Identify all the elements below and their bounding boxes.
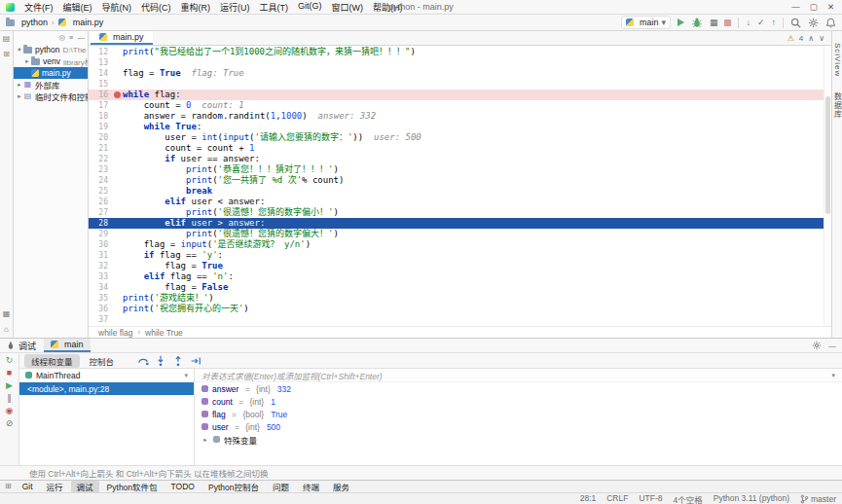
line-number[interactable]: 31 [89,250,112,261]
tree-item[interactable]: ▸▦外部库 [14,79,88,90]
line-number[interactable]: 13 [89,57,112,68]
breakpoint-gutter[interactable] [112,282,123,293]
project-icon[interactable]: ▤ [3,35,11,43]
breakpoint-gutter[interactable] [112,79,123,90]
breakpoint-gutter[interactable] [112,175,123,186]
toolwindow-switcher-icon[interactable]: ⊞ [5,483,12,490]
editor-tab-mainpy[interactable]: main.py [91,31,153,45]
status-item-1[interactable]: CRLF [606,493,628,504]
resume-icon[interactable]: ▶ [6,381,13,390]
breakpoint-gutter[interactable] [112,47,123,57]
code-line[interactable]: 19 while True: [89,122,824,132]
problems-icon[interactable]: ▦ [3,310,11,318]
code-line[interactable]: 33 elif flag == 'n': [89,271,824,282]
locate-file-icon[interactable]: ◎ [59,33,66,42]
step-into-icon[interactable] [155,355,166,367]
hide-panel-icon[interactable]: — [78,33,86,42]
nav-project-crumb[interactable]: python [21,18,48,27]
push-button[interactable]: ↑ [772,18,777,27]
menu-item-1[interactable]: 编辑(E) [58,1,97,14]
next-problem-icon[interactable]: ∨ [819,34,824,43]
terminal-icon[interactable]: ⌂ [4,326,9,334]
breakpoint-gutter[interactable] [112,100,123,111]
breakpoint-gutter[interactable] [112,57,123,68]
code-line[interactable]: 13 [89,57,824,68]
code-line[interactable]: 25 break [89,186,824,197]
code-line[interactable]: 15 [89,79,824,90]
line-number[interactable]: 34 [89,282,112,293]
line-number[interactable]: 35 [89,293,112,304]
breakpoint-gutter[interactable] [112,154,123,164]
breakpoint-gutter[interactable] [112,207,123,218]
pause-icon[interactable]: ∥ [7,394,12,403]
special-variables-row[interactable]: ▸特殊变量 [195,433,842,446]
line-number[interactable]: 20 [89,132,112,143]
menu-item-3[interactable]: 代码(C) [136,1,176,14]
line-number[interactable]: 37 [89,314,112,325]
chevron-right-icon[interactable]: ▸ [201,436,209,444]
menu-item-6[interactable]: 工具(T) [255,1,294,14]
toolwindow-todo[interactable]: TODO [165,481,201,493]
status-item-2[interactable]: UTF-8 [639,493,662,504]
code-line[interactable]: 21 count = count + 1 [89,143,824,154]
close-button[interactable]: ✕ [827,2,834,12]
line-number[interactable]: 24 [89,175,112,186]
status-item-3[interactable]: 4个空格 [674,493,703,504]
toolwindow-terminal[interactable]: 终端 [297,481,325,493]
right-tab-sciview[interactable]: SciView [833,43,842,77]
menu-item-0[interactable]: 文件(F) [19,1,58,14]
variable-row[interactable]: answer = {int}332 [195,382,842,395]
line-number[interactable]: 29 [89,229,112,239]
tree-item[interactable]: ▸venvlibrary根目 [14,55,88,67]
breakpoint-gutter[interactable] [112,314,123,325]
line-number[interactable]: 14 [89,68,112,79]
breakpoint-gutter[interactable] [112,250,123,261]
prev-problem-icon[interactable]: ∧ [808,34,814,43]
tree-chevron-icon[interactable]: ▸ [16,81,23,89]
git-branch-widget[interactable]: master [800,494,836,504]
nav-file-crumb[interactable]: main.py [73,18,104,27]
mute-breakpoints-icon[interactable]: ◉ [6,407,14,415]
breakpoint-gutter[interactable] [112,186,123,197]
rerun-icon[interactable]: ↻ [6,356,14,365]
toolwindow-debug[interactable]: 调试 [71,481,99,493]
tree-item[interactable]: main.py [14,67,88,79]
code-line[interactable]: 32 flag = True [89,261,824,271]
hide-debug-panel-icon[interactable]: — [828,342,836,350]
status-item-4[interactable]: Python 3.11 (python) [714,493,789,504]
stack-frame-row[interactable]: <module>, main.py:28 [19,382,194,395]
toolwindow-python-console[interactable]: Python控制台 [202,481,265,493]
menu-item-8[interactable]: 窗口(W) [327,1,369,14]
code-line[interactable]: 22 if user == answer: [89,154,824,164]
breakpoint-icon[interactable] [112,90,123,100]
code-line[interactable]: 14flag = True flag: True [89,68,824,79]
code-lines[interactable]: 12print("我已经给出了一个1到1000之间的随机数字，来猜一猜吧！！！"… [89,46,824,326]
line-number[interactable]: 16 [89,90,112,100]
code-line[interactable]: 26 elif user < answer: [89,197,824,207]
code-line[interactable]: 27 print('很遗憾！您猜的数字偏小！') [89,207,824,218]
tree-chevron-icon[interactable]: ▸ [23,57,31,65]
code-line[interactable]: 23 print('恭喜您！！！猜对了！！！') [89,164,824,175]
inspections-count[interactable]: 4 [799,34,803,43]
toolwindow-git[interactable]: Git [17,481,39,493]
variable-row[interactable]: count = {int}1 [195,395,842,408]
commit-button[interactable]: ✓ [757,18,765,27]
code-line[interactable]: 35print('游戏结束！') [89,293,824,304]
debug-settings-gear-icon[interactable] [812,341,822,350]
breakpoint-gutter[interactable] [112,261,123,271]
breakpoint-gutter[interactable] [112,143,123,154]
stop-icon[interactable]: ■ [7,369,12,378]
scrollbar-thumb[interactable] [825,96,830,214]
line-number[interactable]: 23 [89,164,112,175]
code-line[interactable]: 36print('祝您拥有开心的一天') [89,304,824,314]
breakpoint-gutter[interactable] [112,197,123,207]
code-line[interactable]: 31 if flag == 'y': [89,250,824,261]
breakpoint-gutter[interactable] [112,229,123,239]
breakpoint-gutter[interactable] [112,218,123,229]
code-line[interactable]: 24 print('您一共猜了 %d 次'% count) [89,175,824,186]
breakpoint-gutter[interactable] [112,122,123,132]
line-number[interactable]: 22 [89,154,112,164]
breakpoint-gutter[interactable] [112,239,123,250]
step-out-icon[interactable] [172,355,184,367]
line-number[interactable]: 15 [89,79,112,90]
